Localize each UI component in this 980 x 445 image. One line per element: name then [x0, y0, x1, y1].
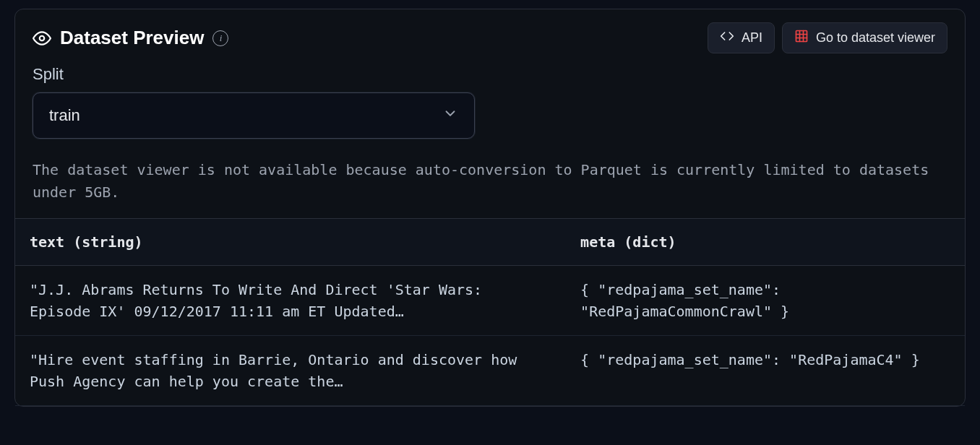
svg-rect-1 — [796, 31, 807, 42]
api-button-label: API — [742, 30, 762, 46]
api-button[interactable]: API — [708, 22, 775, 53]
page-title: Dataset Preview — [60, 27, 204, 49]
cell-text-value: "Hire event staffing in Barrie, Ontario … — [30, 349, 551, 392]
split-selected-value: train — [49, 106, 80, 125]
svg-point-0 — [40, 35, 45, 40]
chevron-down-icon — [442, 105, 458, 126]
notice-message: The dataset viewer is not available beca… — [15, 152, 965, 218]
cell-meta-value: { "redpajama_set_name": "RedPajamaC4" } — [580, 349, 950, 371]
panel-header: Dataset Preview i API — [15, 9, 965, 59]
table-row[interactable]: "Hire event staffing in Barrie, Ontario … — [15, 336, 965, 406]
table-row[interactable]: "J.J. Abrams Returns To Write And Direct… — [15, 266, 965, 336]
info-icon[interactable]: i — [212, 30, 228, 46]
column-header-meta[interactable]: meta (dict) — [566, 219, 965, 266]
cell-meta: { "redpajama_set_name": "RedPajamaCommon… — [566, 266, 965, 336]
cell-text: "Hire event staffing in Barrie, Ontario … — [15, 336, 566, 406]
cell-text: "J.J. Abrams Returns To Write And Direct… — [15, 266, 566, 336]
cell-meta: { "redpajama_set_name": "RedPajamaC4" } — [566, 336, 965, 406]
goto-viewer-label: Go to dataset viewer — [816, 30, 935, 46]
cell-text-value: "J.J. Abrams Returns To Write And Direct… — [30, 279, 551, 322]
code-icon — [720, 29, 734, 47]
grid-icon — [794, 29, 809, 47]
split-label: Split — [15, 59, 965, 87]
split-select[interactable]: train — [33, 92, 475, 139]
eye-icon — [33, 29, 51, 48]
title-group: Dataset Preview i — [33, 27, 228, 49]
goto-viewer-button[interactable]: Go to dataset viewer — [782, 22, 947, 53]
cell-meta-value: { "redpajama_set_name": "RedPajamaCommon… — [580, 279, 950, 322]
table-header-row: text (string) meta (dict) — [15, 219, 965, 266]
column-header-text[interactable]: text (string) — [15, 219, 566, 266]
split-select-wrapper: train — [15, 87, 965, 152]
dataset-preview-panel: Dataset Preview i API — [14, 9, 966, 407]
header-actions: API Go to dataset viewer — [708, 22, 947, 53]
preview-table: text (string) meta (dict) "J.J. Abrams R… — [15, 218, 965, 406]
